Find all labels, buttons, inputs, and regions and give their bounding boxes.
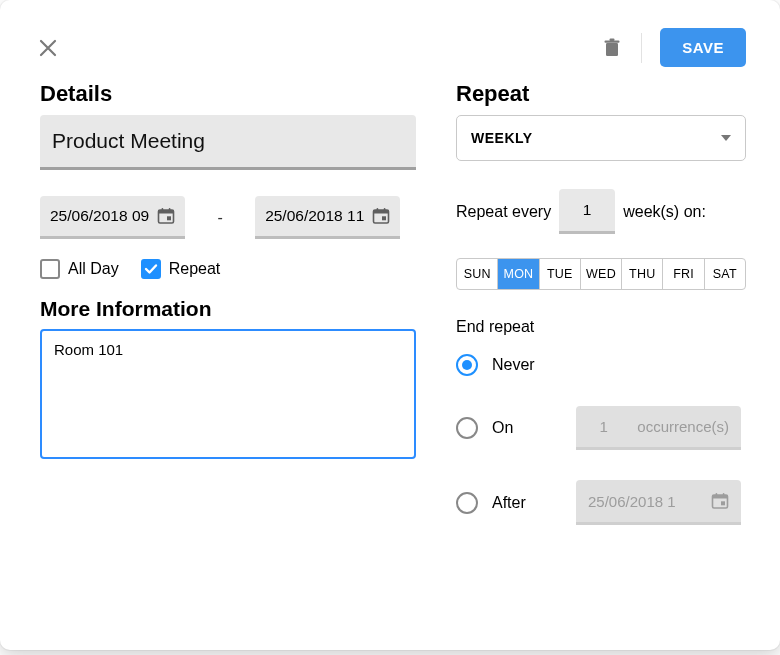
occurrence-value: 1 bbox=[588, 418, 619, 435]
frequency-select[interactable]: WEEKLY bbox=[456, 115, 746, 161]
end-on-label: On bbox=[492, 419, 562, 437]
svg-rect-0 bbox=[606, 43, 618, 56]
close-button[interactable] bbox=[34, 34, 62, 62]
svg-rect-5 bbox=[162, 208, 164, 212]
weekday-picker: SUN MON TUE WED THU FRI SAT bbox=[456, 258, 746, 290]
end-repeat-heading: End repeat bbox=[456, 318, 752, 336]
more-info-heading: More Information bbox=[40, 297, 416, 321]
calendar-icon bbox=[711, 492, 729, 510]
svg-rect-10 bbox=[377, 208, 379, 212]
end-never-label: Never bbox=[492, 356, 535, 374]
checkbox-box bbox=[141, 259, 161, 279]
svg-rect-11 bbox=[384, 208, 386, 212]
weekday-fri[interactable]: FRI bbox=[663, 259, 704, 289]
svg-rect-16 bbox=[723, 493, 725, 497]
event-editor-dialog: SAVE Details 25/06/2018 09 - 25/06/2018 … bbox=[0, 0, 780, 650]
repeat-every-row: Repeat every week(s) on: bbox=[456, 189, 752, 234]
dialog-content: Details 25/06/2018 09 - 25/06/2018 11 bbox=[0, 67, 780, 525]
details-heading: Details bbox=[40, 81, 416, 107]
svg-rect-4 bbox=[159, 210, 174, 214]
all-day-label: All Day bbox=[68, 260, 119, 278]
dialog-topbar: SAVE bbox=[0, 0, 780, 67]
calendar-icon bbox=[157, 207, 175, 225]
end-date-field[interactable]: 25/06/2018 11 bbox=[255, 196, 400, 239]
event-title-input[interactable] bbox=[40, 115, 416, 170]
frequency-value: WEEKLY bbox=[471, 130, 533, 146]
check-icon bbox=[144, 262, 158, 276]
details-column: Details 25/06/2018 09 - 25/06/2018 11 bbox=[40, 81, 416, 525]
options-row: All Day Repeat bbox=[40, 259, 416, 279]
calendar-icon bbox=[372, 207, 390, 225]
topbar-actions: SAVE bbox=[601, 28, 746, 67]
checkbox-box bbox=[40, 259, 60, 279]
date-range-row: 25/06/2018 09 - 25/06/2018 11 bbox=[40, 196, 416, 239]
end-on-option[interactable]: On 1 occurrence(s) bbox=[456, 406, 752, 450]
end-after-date-field: 25/06/2018 1 bbox=[576, 480, 741, 525]
svg-rect-15 bbox=[716, 493, 718, 497]
radio-button bbox=[456, 354, 478, 376]
svg-rect-6 bbox=[169, 208, 171, 212]
weekday-sun[interactable]: SUN bbox=[457, 259, 498, 289]
date-range-dash: - bbox=[185, 209, 255, 227]
radio-button bbox=[456, 417, 478, 439]
repeat-heading: Repeat bbox=[456, 81, 752, 107]
separator bbox=[641, 33, 642, 63]
trash-icon bbox=[603, 38, 621, 58]
all-day-checkbox[interactable]: All Day bbox=[40, 259, 119, 279]
weekday-wed[interactable]: WED bbox=[581, 259, 622, 289]
end-after-date-value: 25/06/2018 1 bbox=[588, 493, 676, 510]
weekday-sat[interactable]: SAT bbox=[705, 259, 745, 289]
chevron-down-icon bbox=[721, 135, 731, 141]
repeat-every-suffix: week(s) on: bbox=[623, 203, 706, 221]
svg-rect-2 bbox=[610, 38, 615, 41]
svg-rect-12 bbox=[382, 216, 386, 220]
start-date-field[interactable]: 25/06/2018 09 bbox=[40, 196, 185, 239]
repeat-every-prefix: Repeat every bbox=[456, 203, 551, 221]
repeat-checkbox[interactable]: Repeat bbox=[141, 259, 221, 279]
svg-rect-14 bbox=[713, 495, 728, 499]
repeat-every-input[interactable] bbox=[559, 189, 615, 234]
save-button[interactable]: SAVE bbox=[660, 28, 746, 67]
close-icon bbox=[39, 39, 57, 57]
weekday-mon[interactable]: MON bbox=[498, 259, 539, 289]
end-never-option[interactable]: Never bbox=[456, 354, 752, 376]
occurrence-suffix: occurrence(s) bbox=[637, 418, 729, 435]
more-info-textarea[interactable]: Room 101 bbox=[40, 329, 416, 459]
repeat-column: Repeat WEEKLY Repeat every week(s) on: S… bbox=[456, 81, 752, 525]
delete-button[interactable] bbox=[601, 37, 623, 59]
weekday-thu[interactable]: THU bbox=[622, 259, 663, 289]
occurrence-field: 1 occurrence(s) bbox=[576, 406, 741, 450]
end-date-value: 25/06/2018 11 bbox=[265, 207, 364, 225]
svg-rect-9 bbox=[374, 210, 389, 214]
end-after-option[interactable]: After 25/06/2018 1 bbox=[456, 480, 752, 525]
start-date-value: 25/06/2018 09 bbox=[50, 207, 149, 225]
svg-rect-7 bbox=[167, 216, 171, 220]
weekday-tue[interactable]: TUE bbox=[540, 259, 581, 289]
end-after-label: After bbox=[492, 494, 562, 512]
repeat-checkbox-label: Repeat bbox=[169, 260, 221, 278]
svg-rect-17 bbox=[721, 501, 725, 505]
radio-button bbox=[456, 492, 478, 514]
